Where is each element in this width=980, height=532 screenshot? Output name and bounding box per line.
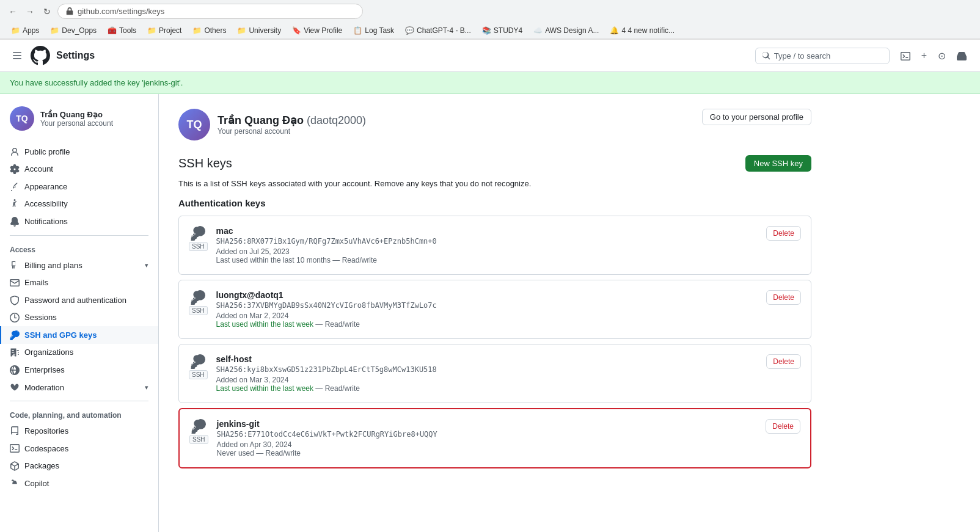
key-card-self-host: SSH self-host SHA256:kyi8bxXswGD51z231Pb… [178,344,811,403]
terminal-button[interactable] [897,48,914,64]
key-icon-wrap-mac: SSH [189,226,208,251]
back-button[interactable]: ← [6,5,20,18]
key-icon-wrap-luongtx: SSH [189,290,208,315]
sidebar-profile: TQ Trần Quang Đạo Your personal account [0,106,158,143]
sidebar-label-account: Account [24,164,53,173]
sidebar-item-moderation[interactable]: Moderation ▾ [0,379,158,396]
sidebar-item-account[interactable]: Account [0,161,158,178]
package-icon [10,461,20,471]
nav-section-main: Public profile Account Appearance Access… [0,143,158,230]
forward-button[interactable]: → [23,5,37,18]
accessibility-icon [10,199,20,210]
repo-icon [10,426,20,436]
key-name-mac: mac [216,226,758,236]
sidebar-label-billing: Billing and plans [24,261,82,270]
key-icon-wrap-self-host: SSH [189,354,208,379]
sidebar-label-moderation: Moderation [24,383,64,392]
bookmark-notifications[interactable]: 🔔4 4 new notific... [605,25,679,36]
key-details-luongtx: luongtx@daotq1 SHA256:37XVBMYgDAB9sSx40N… [216,290,758,329]
sidebar-item-emails[interactable]: Emails [0,274,158,291]
bookmark-study4[interactable]: 📚STUDY4 [477,25,527,36]
search-icon [762,51,770,60]
dot-button[interactable]: ⊙ [934,48,949,64]
bookmark-chatgpt[interactable]: 💬ChatGPT-4 - B... [400,25,476,36]
sidebar-label-packages: Packages [24,461,59,470]
sidebar-item-organizations[interactable]: Organizations [0,344,158,362]
key-details-self-host: self-host SHA256:kyi8bxXswGD51z231PbZbpL… [216,354,758,393]
sidebar-item-accessibility[interactable]: Accessibility [0,195,158,213]
bookmark-others[interactable]: 📁Others [188,25,231,36]
new-ssh-key-button[interactable]: New SSH key [745,155,811,172]
sidebar-item-appearance[interactable]: Appearance [0,178,158,195]
bookmark-view-profile[interactable]: 🔖View Profile [287,25,347,36]
sidebar-item-notifications[interactable]: Notifications [0,213,158,230]
ssh-badge-jenkins-git: SSH [189,435,208,444]
bookmark-apps[interactable]: 📁Apps [6,25,44,36]
plus-button[interactable]: + [918,48,931,64]
sidebar-item-packages[interactable]: Packages [0,457,158,475]
sidebar-item-copilot[interactable]: Copilot [0,475,158,492]
sidebar-item-codespaces[interactable]: Codespaces [0,440,158,457]
search-box[interactable]: Type / to search [755,48,890,64]
browser-chrome: ← → ↻ github.com/settings/keys 📁Apps 📁De… [0,0,980,40]
sidebar-item-ssh-gpg[interactable]: SSH and GPG keys [0,326,158,344]
sidebar-item-password[interactable]: Password and authentication [0,291,158,309]
personal-profile-header: TQ Trần Quang Đạo (daotq2000) Your perso… [178,109,811,140]
github-logo[interactable] [31,46,50,65]
hamburger-button[interactable] [10,48,24,63]
success-message: You have successfully added the key 'jen… [10,78,183,87]
header-search: Type / to search [755,48,890,64]
bookmark-university[interactable]: 📁University [232,25,286,36]
key-card-jenkins-git: SSH jenkins-git SHA256:E771OtodCc4eC6iwV… [178,408,811,468]
sidebar-item-repositories[interactable]: Repositories [0,422,158,440]
sidebar-item-sessions[interactable]: Sessions [0,309,158,327]
ssh-keys-title: SSH keys [178,156,232,170]
key-fingerprint-jenkins-git: SHA256:E771OtodCc4eC6iwVkT+Pwtk2FCURgRYi… [217,430,758,439]
sidebar-label-password: Password and authentication [24,296,126,305]
delete-button-self-host[interactable]: Delete [766,354,801,369]
sidebar-label-notifications: Notifications [24,217,68,226]
sidebar-item-public-profile[interactable]: Public profile [0,143,158,161]
sidebar-item-billing[interactable]: Billing and plans ▾ [0,257,158,274]
sidebar-label-enterprises: Enterprises [24,365,65,374]
ssh-badge-self-host: SSH [189,370,208,379]
sidebar-label-ssh-gpg: SSH and GPG keys [24,330,97,340]
gear-icon [10,164,20,175]
bookmark-tools[interactable]: 🧰Tools [103,25,141,36]
sidebar-label-accessibility: Accessibility [24,199,68,208]
key-card-luongtx: SSH luongtx@daotq1 SHA256:37XVBMYgDAB9sS… [178,280,811,339]
key-ssh-icon-mac [191,226,205,241]
chevron-down-icon: ▾ [145,261,148,269]
bookmark-devopps[interactable]: 📁Dev_Opps [45,25,101,36]
key-meta-luongtx: Added on Mar 2, 2024 Last used within th… [216,312,758,329]
bookmark-aws[interactable]: ☁️AWS Design A... [528,25,604,36]
profile-name: Trần Quang Đạo [40,110,113,119]
access-section-label: Access [0,241,158,257]
reload-button[interactable]: ↻ [40,5,54,18]
key-details-jenkins-git: jenkins-git SHA256:E771OtodCc4eC6iwVkT+P… [217,419,758,457]
inbox-button[interactable] [953,48,970,64]
key-ssh-icon-luongtx [191,290,205,305]
sidebar-item-enterprises[interactable]: Enterprises [0,361,158,379]
ssh-badge-luongtx: SSH [189,306,208,315]
copilot-icon [10,478,20,489]
url-text: github.com/settings/keys [78,7,164,16]
sessions-icon [10,313,20,323]
delete-button-luongtx[interactable]: Delete [766,290,801,305]
browser-nav: ← → ↻ github.com/settings/keys [0,0,980,23]
moderation-icon [10,382,20,393]
key-details-mac: mac SHA256:8RX077iBx1Gym/RQFg7Zmx5uVhAVc… [216,226,758,264]
sidebar-label-sessions: Sessions [24,313,57,322]
key-fingerprint-mac: SHA256:8RX077iBx1Gym/RQFg7Zmx5uVhAVc6+EP… [216,237,758,246]
delete-button-mac[interactable]: Delete [766,226,801,241]
delete-button-jenkins-git[interactable]: Delete [766,419,800,434]
paintbrush-icon [10,181,20,192]
globe-icon [10,365,20,375]
email-icon [10,277,20,288]
key-meta-self-host: Added on Mar 3, 2024 Last used within th… [216,376,758,393]
success-banner: You have successfully added the key 'jen… [0,72,980,94]
go-to-profile-button[interactable]: Go to your personal profile [702,109,811,125]
bookmark-log-task[interactable]: 📋Log Task [348,25,399,36]
address-bar[interactable]: github.com/settings/keys [57,4,363,19]
bookmark-project[interactable]: 📁Project [142,25,186,36]
